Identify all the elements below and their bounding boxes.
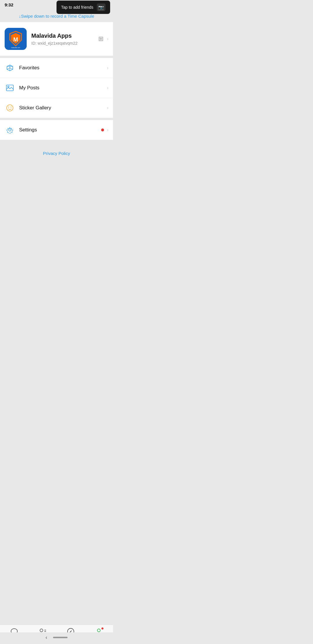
svg-line-9 — [7, 68, 10, 69]
cube-icon — [5, 63, 15, 73]
svg-line-10 — [10, 68, 13, 69]
profile-info: Malavida Apps ID: wxid_ejz1xeqatvqm22 — [31, 32, 94, 46]
svg-rect-11 — [6, 85, 13, 91]
menu-section-1: Favorites › My Posts › Sticker Gallery › — [0, 58, 113, 118]
camera-icon[interactable]: 📷 — [97, 3, 105, 11]
sticker-gallery-chevron-icon: › — [107, 105, 108, 111]
favorites-menu-item[interactable]: Favorites › — [0, 58, 113, 78]
privacy-policy-link[interactable]: Privacy Policy — [43, 151, 70, 156]
smiley-icon — [5, 103, 15, 113]
my-posts-chevron-icon: › — [107, 85, 108, 91]
settings-chevron-icon: › — [107, 127, 108, 133]
qr-code-icon[interactable]: ⊞ — [98, 35, 103, 43]
content-spacer — [0, 162, 113, 220]
image-icon — [5, 83, 15, 93]
tooltip-text: Tap to add friends — [61, 5, 93, 10]
svg-point-15 — [11, 107, 12, 108]
svg-point-12 — [8, 86, 9, 88]
sticker-gallery-label: Sticker Gallery — [19, 105, 107, 111]
profile-chevron-icon: › — [107, 36, 108, 41]
status-time: 9:32 — [5, 2, 13, 7]
profile-actions[interactable]: ⊞ › — [98, 35, 108, 43]
settings-menu-item[interactable]: Settings › — [0, 120, 113, 140]
svg-point-14 — [8, 107, 9, 108]
add-friends-tooltip[interactable]: Tap to add friends 📷 — [57, 1, 110, 14]
bottom-padding — [0, 220, 113, 258]
gear-icon — [5, 125, 15, 135]
sticker-gallery-menu-item[interactable]: Sticker Gallery › — [0, 98, 113, 118]
favorites-label: Favorites — [19, 65, 107, 71]
profile-name: Malavida Apps — [31, 32, 94, 39]
avatar: M malavida.com — [5, 28, 27, 50]
svg-text:malavida.com: malavida.com — [11, 47, 20, 48]
favorites-chevron-icon: › — [107, 65, 108, 70]
menu-section-2: Settings › — [0, 120, 113, 140]
svg-point-16 — [9, 129, 11, 131]
profile-card[interactable]: M malavida.com Malavida Apps ID: wxid_ej… — [0, 22, 113, 56]
my-posts-label: My Posts — [19, 85, 107, 91]
svg-point-13 — [7, 105, 13, 111]
svg-text:M: M — [13, 36, 18, 43]
privacy-section: Privacy Policy — [0, 142, 113, 162]
profile-id: ID: wxid_ejz1xeqatvqm22 — [31, 41, 94, 46]
my-posts-menu-item[interactable]: My Posts › — [0, 78, 113, 98]
settings-label: Settings — [19, 127, 101, 133]
settings-badge — [101, 129, 104, 131]
